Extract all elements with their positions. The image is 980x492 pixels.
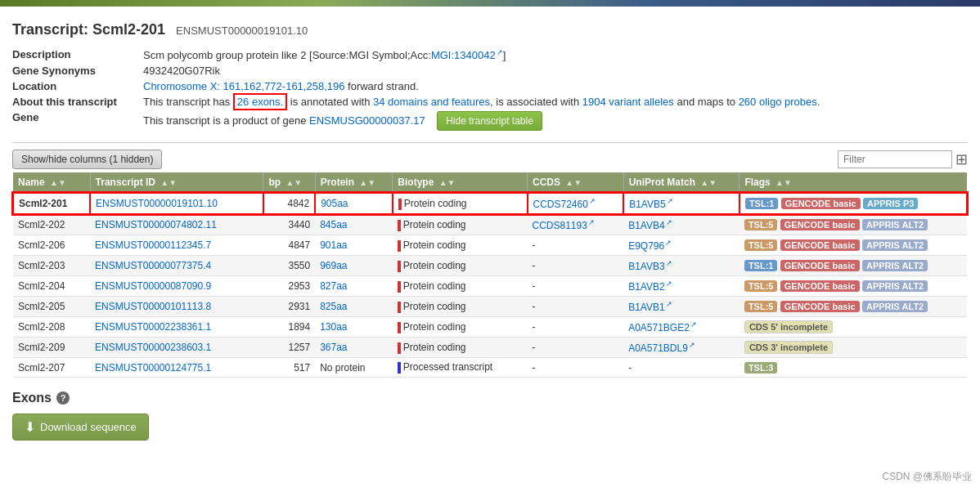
uniprot-link[interactable]: B1AVB5 <box>629 199 672 210</box>
appris-badge: APPRIS ALT2 <box>862 301 928 312</box>
row-biotype: Protein coding <box>393 235 528 256</box>
uniprot-link[interactable]: A0A571BGE2 <box>628 322 697 333</box>
filter-input[interactable] <box>838 150 952 168</box>
transcript-id-link[interactable]: ENSMUST00000124775.1 <box>95 362 211 373</box>
transcript-name: Transcript: Scml2-201 <box>12 21 165 38</box>
flags-special-badge: CDS 5' incomplete <box>744 320 833 333</box>
ccds-link[interactable]: CCDS72460 <box>533 199 596 210</box>
row-flags: TSL:5 GENCODE basic APPRIS ALT2 <box>739 297 967 317</box>
row-biotype: Protein coding <box>393 256 528 276</box>
protein-link[interactable]: 905aa <box>321 198 348 209</box>
row-protein: 827aa <box>315 276 393 297</box>
table-row: Scml2-202ENSMUST00000074802.113440845aaP… <box>13 214 967 235</box>
table-row: Scml2-206ENSMUST00000112345.74847901aaPr… <box>13 235 967 256</box>
transcript-id-link[interactable]: ENSMUST00000019101.10 <box>96 198 218 209</box>
th-ccds[interactable]: CCDS ▲▼ <box>528 172 624 193</box>
row-biotype: Protein coding <box>393 297 528 317</box>
biotype-color-bar <box>398 261 401 272</box>
transcript-id-link[interactable]: ENSMUST00000087090.9 <box>95 280 211 292</box>
uniprot-link[interactable]: B1AVB4 <box>628 220 672 231</box>
transcript-tbody: Scml2-201ENSMUST00000019101.104842905aaP… <box>13 193 967 377</box>
biotype-color-bar <box>398 199 402 210</box>
row-biotype: Protein coding <box>393 338 528 358</box>
th-bp[interactable]: bp ▲▼ <box>263 172 315 193</box>
transcript-id-link[interactable]: ENSMUST00002238361.1 <box>95 321 211 333</box>
transcript-id-link[interactable]: ENSMUST00000074802.11 <box>95 219 217 230</box>
flags-special-badge: CDS 3' incomplete <box>744 341 833 354</box>
exons-section: Exons ? ⬇ Download sequence <box>12 391 968 441</box>
exons-heading: Exons <box>12 391 52 405</box>
row-uniprot: E9Q796 <box>623 235 739 256</box>
protein-link[interactable]: 827aa <box>320 280 347 292</box>
gene-link[interactable]: ENSMUSG00000037.17 <box>309 114 425 127</box>
protein-link[interactable]: 901aa <box>320 239 347 251</box>
th-name[interactable]: Name ▲▼ <box>13 172 90 193</box>
page-title: Transcript: Scml2-201 ENSMUST00000019101… <box>12 21 308 38</box>
row-biotype: Protein coding <box>393 276 528 297</box>
tsl-badge: TSL:1 <box>745 198 779 209</box>
row-bp: 3440 <box>263 214 315 235</box>
exons-help-icon[interactable]: ? <box>56 391 70 405</box>
download-label: Download sequence <box>40 421 137 433</box>
hide-transcript-table-button[interactable]: Hide transcript table <box>437 111 542 131</box>
mgi-link[interactable]: MGI:1340042 <box>431 49 503 61</box>
info-value-synonyms: 4932420G07Rik <box>143 63 828 78</box>
gencode-badge: GENCODE basic <box>780 301 860 312</box>
row-bp: 4847 <box>263 235 315 256</box>
th-uniprot[interactable]: UniProt Match ▲▼ <box>623 172 739 193</box>
appris-badge: APPRIS ALT2 <box>862 219 928 230</box>
row-name: Scml2-205 <box>13 297 90 317</box>
th-biotype[interactable]: Biotype ▲▼ <box>393 172 528 193</box>
info-label-synonyms: Gene Synonyms <box>12 63 143 78</box>
uniprot-link[interactable]: B1AVB1 <box>628 302 672 313</box>
appris-badge: APPRIS ALT2 <box>862 260 928 271</box>
protein-link[interactable]: 845aa <box>320 219 347 230</box>
gencode-badge: GENCODE basic <box>780 280 860 292</box>
download-sequence-button[interactable]: ⬇ Download sequence <box>12 414 149 441</box>
transcript-id-link[interactable]: ENSMUST00000238603.1 <box>95 342 211 353</box>
row-name: Scml2-206 <box>13 235 90 256</box>
info-row-location: Location Chromosome X: 161,162,772-161,2… <box>12 78 828 94</box>
th-flags[interactable]: Flags ▲▼ <box>739 172 967 193</box>
protein-link[interactable]: 825aa <box>320 301 347 312</box>
info-table: Description Scm polycomb group protein l… <box>12 47 828 132</box>
row-uniprot: B1AVB1 <box>623 297 739 317</box>
row-flags: TSL:5 GENCODE basic APPRIS ALT2 <box>739 235 967 256</box>
th-transcript-id[interactable]: Transcript ID ▲▼ <box>90 172 263 193</box>
transcript-id-link[interactable]: ENSMUST00000077375.4 <box>95 260 211 271</box>
protein-link[interactable]: 130aa <box>320 321 347 333</box>
uniprot-link[interactable]: A0A571BDL9 <box>628 342 695 354</box>
tsl-badge: TSL:3 <box>744 362 778 373</box>
gencode-badge: GENCODE basic <box>780 260 860 271</box>
info-label-description: Description <box>12 47 143 63</box>
row-transcript-id: ENSMUST00000074802.11 <box>90 214 263 235</box>
protein-link[interactable]: 367aa <box>320 342 347 353</box>
row-bp: 517 <box>263 358 315 378</box>
protein-link[interactable]: 969aa <box>320 260 347 271</box>
probes-link[interactable]: 260 oligo probes <box>739 96 817 108</box>
row-flags: TSL:1 GENCODE basic APPRIS ALT2 <box>739 256 967 276</box>
sort-protein-icon: ▲▼ <box>359 178 375 187</box>
row-bp: 2953 <box>263 276 315 297</box>
transcript-id-link[interactable]: ENSMUST00000101113.8 <box>95 301 211 312</box>
ccds-link[interactable]: CCDS81193 <box>533 220 595 231</box>
tsl-badge: TSL:5 <box>744 219 778 230</box>
row-transcript-id: ENSMUST00000077375.4 <box>90 256 263 276</box>
sort-name-icon: ▲▼ <box>50 178 66 187</box>
info-label-location: Location <box>12 78 143 94</box>
uniprot-link[interactable]: B1AVB3 <box>628 261 672 272</box>
domains-link[interactable]: 34 domains and features <box>373 96 490 108</box>
th-protein[interactable]: Protein ▲▼ <box>315 172 393 193</box>
info-label-gene: Gene <box>12 110 143 132</box>
tsl-badge: TSL:5 <box>744 280 778 292</box>
chromosome-link[interactable]: Chromosome X: 161,162,772-161,258,196 <box>143 80 344 92</box>
appris-badge: APPRIS ALT2 <box>862 280 928 292</box>
biotype-color-bar <box>398 302 401 313</box>
exons-link[interactable]: 26 exons. <box>233 93 287 110</box>
uniprot-link[interactable]: B1AVB2 <box>628 281 672 293</box>
row-name: Scml2-202 <box>13 214 90 235</box>
show-hide-columns-button[interactable]: Show/hide columns (1 hidden) <box>12 150 162 169</box>
uniprot-link[interactable]: E9Q796 <box>628 240 672 252</box>
transcript-id-link[interactable]: ENSMUST00000112345.7 <box>95 239 211 251</box>
variants-link[interactable]: 1904 variant alleles <box>582 96 674 108</box>
